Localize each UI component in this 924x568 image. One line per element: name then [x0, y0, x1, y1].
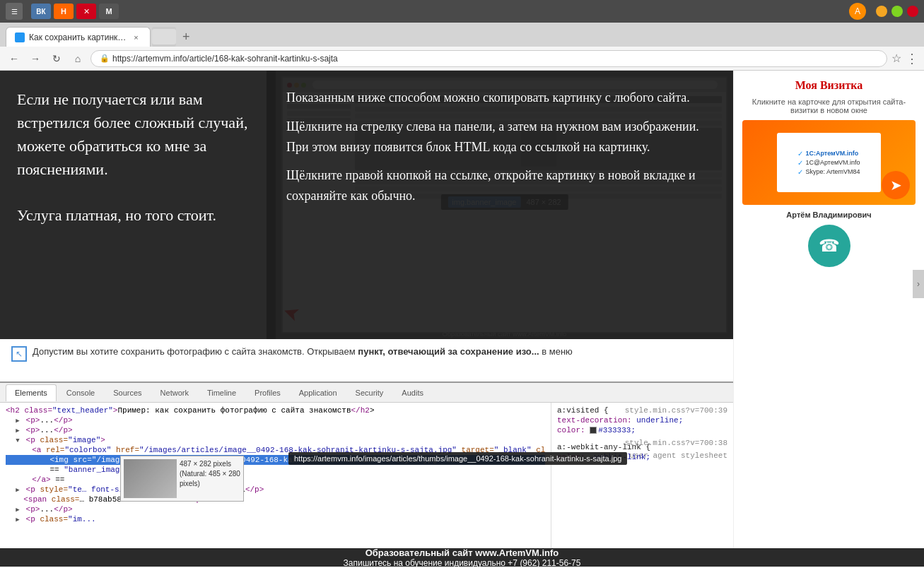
user-avatar[interactable]: A [849, 3, 866, 20]
right-sidebar: Моя Визитка Кликните на карточке для отк… [733, 71, 924, 548]
tab-close-app[interactable]: ✕ [76, 4, 96, 19]
phone-button[interactable]: ☎ [808, 225, 850, 267]
phone-icon: ☎ [819, 236, 840, 256]
tab-h[interactable]: H [54, 4, 74, 19]
win-close[interactable] [907, 6, 918, 17]
page-bottom-text: Допустим вы хотите сохранить фотографию … [33, 345, 573, 359]
bottom-line2: Запишитесь на обучение индивидуально +7 … [344, 558, 581, 568]
tooltip-overlay: Показанным ниже способом можно скопирова… [267, 71, 733, 339]
dom-line-banner: == "banner_image" [6, 465, 545, 475]
devtools-tab-sources[interactable]: Sources [105, 384, 150, 401]
devtools-css-panel: a:visited { style.min.css?v=700:39 text-… [551, 403, 733, 548]
chevron-right-icon: › [917, 279, 920, 289]
thumb-image [124, 459, 177, 498]
bottom-bar: Образовательный сайт www.ArtemVM.info За… [0, 548, 924, 567]
tab-bar: Как сохранить картинк… × + [0, 23, 924, 47]
devtools-tab-elements[interactable]: Elements [6, 384, 57, 401]
css-prop-decoration: text-decoration: underline; [557, 415, 727, 425]
tooltip-line3: Щёлкните правой кнопкой на ссылке, откро… [286, 165, 713, 206]
nav-bar: ← → ↻ ⌂ 🔒 https://artemvm.info/article/1… [0, 47, 924, 71]
css-prop-color: color: #333333; [557, 425, 727, 435]
css-source-38: style.min.css?v=700:38 [557, 438, 727, 439]
dom-line-p2: ▶ <p>...</p> [6, 425, 545, 435]
thumbnail-preview: 487 × 282 pixels (Natural: 485 × 280 pix… [120, 456, 244, 502]
win-maximize[interactable] [891, 6, 903, 17]
sidebar-collapse-btn[interactable]: › [913, 270, 924, 298]
dom-line-p3: ▶ <p>...</p> [6, 504, 545, 514]
devtools-tab-console[interactable]: Console [58, 384, 103, 401]
dom-line-span: <span class=… b78ab586179fdc62c4d4 <span [6, 495, 545, 504]
active-tab[interactable]: Как сохранить картинк… × [6, 27, 151, 47]
devtools-body: <h2 class="text_header">Пример: как сохр… [0, 403, 733, 548]
bottom-prefix: Допустим вы хотите сохранить фотографию … [33, 346, 356, 357]
thumb-info: 487 × 282 pixels (Natural: 485 × 280 pix… [180, 459, 240, 489]
my-card-image[interactable]: ✓ 1С:АртемVM.info ✓ 1С@АртемVM.info ✓ Sk… [742, 120, 916, 205]
devtools-dom-panel: <h2 class="text_header">Пример: как сохр… [0, 403, 551, 548]
tab-m[interactable]: M [99, 4, 119, 19]
card-arrow-icon: ➤ [882, 171, 910, 199]
reload-btn[interactable]: ↻ [48, 50, 65, 67]
tab-placeholder [152, 27, 176, 47]
dom-line-h2: <h2 class="text_header">Пример: как сохр… [6, 406, 545, 415]
browser-icon: ☰ [6, 3, 23, 20]
dom-line-p-image: ▼ <p class="image"> [6, 435, 545, 445]
lock-icon: 🔒 [100, 54, 110, 63]
devtools-panel: Elements Console Sources Network Timelin… [0, 381, 733, 548]
cursor-icon: ↖ [16, 349, 23, 359]
bookmark-btn[interactable]: ☆ [891, 52, 901, 65]
left-panel-text2: Услуга платная, но того стоит. [17, 203, 259, 227]
css-rule-visited: a:visited { style.min.css?v=700:39 text-… [557, 406, 727, 435]
back-btn[interactable]: ← [6, 50, 23, 67]
devtools-tab-profiles[interactable]: Profiles [246, 384, 289, 401]
url-text: https://artemvm.info/article/168-kak-soh… [112, 54, 338, 64]
tooltip-line1: Показанным ниже способом можно скопирова… [286, 88, 713, 108]
css-selector-visited: a:visited { style.min.css?v=700:39 [557, 406, 727, 415]
tab-favicon [15, 32, 25, 42]
forward-btn[interactable]: → [27, 50, 44, 67]
tab-title: Как сохранить картинк… [29, 32, 126, 42]
devtools-tab-application[interactable]: Application [291, 384, 346, 401]
title-bar: ☰ ВК H ✕ M A [0, 0, 924, 23]
tab-vk[interactable]: ВК [31, 4, 51, 19]
thumb-size-text: 487 × 282 pixels (Natural: 485 × 280 pix… [180, 459, 240, 489]
devtools-tab-timeline[interactable]: Timeline [199, 384, 245, 401]
dom-line-p1: ▶ <p>...</p> [6, 415, 545, 425]
new-tab-btn[interactable]: + [176, 27, 196, 47]
chrome-menu-btn[interactable]: ⋮ [906, 51, 918, 66]
page-bottom: ↖ Допустим вы хотите сохранить фотографи… [0, 339, 733, 381]
left-panel-text1: Если не получается или вам встретился бо… [17, 88, 259, 181]
devtools-tab-audits[interactable]: Audits [393, 384, 432, 401]
inspect-icon-box[interactable]: ↖ [11, 346, 27, 362]
left-panel: Если не получается или вам встретился бо… [0, 71, 276, 339]
url-bar[interactable]: 🔒 https://artemvm.info/article/168-kak-s… [90, 50, 887, 67]
tab-close-btn[interactable]: × [130, 32, 141, 43]
card-text: ✓ 1С:АртемVM.info ✓ 1С@АртемVM.info ✓ Sk… [795, 147, 862, 179]
bottom-suffix: в меню [542, 346, 573, 357]
page-area: Если не получается или вам встретился бо… [0, 71, 733, 548]
dom-line-a-close: </a> == [6, 475, 545, 485]
my-card-subtitle: Кликните на карточке для открытия сайта-… [742, 97, 916, 114]
win-minimize[interactable] [876, 6, 887, 17]
my-card-title: Моя Визитка [742, 79, 916, 92]
devtools-tab-security[interactable]: Security [347, 384, 392, 401]
card-name: Артём Владимирович [742, 211, 916, 219]
dom-line-p-style: ▶ <p style="te… font-size:12px; color:#6… [6, 485, 545, 495]
card-inner: ✓ 1С:АртемVM.info ✓ 1С@АртемVM.info ✓ Sk… [777, 133, 881, 192]
home-btn[interactable]: ⌂ [69, 50, 86, 67]
url-tooltip: https://artemvm.info/images/articles/thu… [288, 452, 627, 465]
bottom-line1: Образовательный сайт www.ArtemVM.info [365, 548, 559, 558]
bottom-bold: пункт, отвечающий за сохранение изо... [358, 346, 539, 357]
tooltip-line2: Щёлкните на стрелку слева на панели, а з… [286, 117, 713, 158]
css-rule-blank: style.min.css?v=700:38 [557, 438, 727, 439]
dom-line-p-im: ▶ <p class="im... [6, 514, 545, 524]
devtools-tab-network[interactable]: Network [152, 384, 197, 401]
page-top: Если не получается или вам встретился бо… [0, 71, 733, 339]
devtools-tabs: Elements Console Sources Network Timelin… [0, 383, 733, 403]
